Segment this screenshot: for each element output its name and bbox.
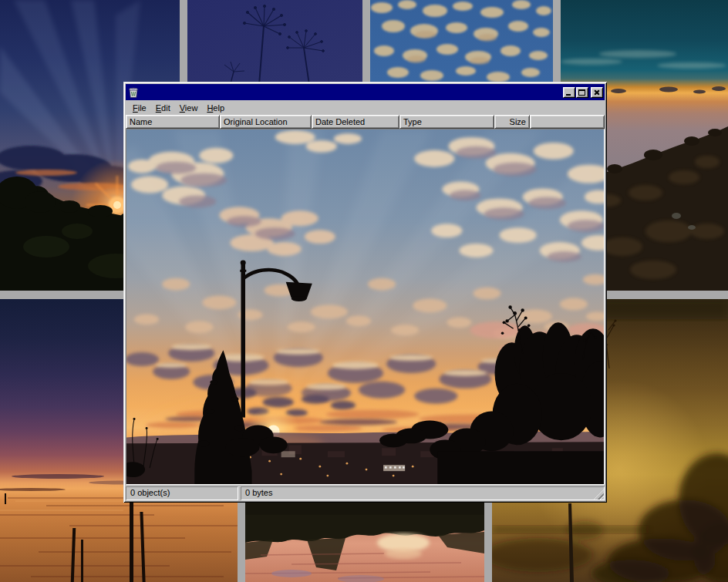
menu-help[interactable]: Help [202,102,229,114]
column-headers: Name Original Location Date Deleted Type… [126,115,605,129]
menu-edit[interactable]: Edit [151,102,175,114]
status-bytes-text: 0 bytes [245,488,272,497]
close-button[interactable] [591,87,603,98]
titlebar[interactable] [126,84,605,100]
column-header-type[interactable]: Type [399,115,494,129]
menubar: File Edit View Help [126,100,605,115]
maximize-button[interactable] [576,87,588,98]
statusbar: 0 object(s) 0 bytes [126,485,605,500]
column-header-original-location[interactable]: Original Location [220,115,312,129]
menu-view[interactable]: View [175,102,203,114]
column-header-name[interactable]: Name [126,115,220,129]
sunset-streetlamp-photo [126,130,604,484]
column-header-filler[interactable] [530,115,605,129]
recycle-bin-window: File Edit View Help Name Original Locati… [123,82,607,503]
list-view-area[interactable] [126,129,605,485]
status-objects: 0 object(s) [126,486,238,500]
column-header-date-deleted[interactable]: Date Deleted [312,115,399,129]
status-bytes: 0 bytes [241,486,605,500]
menu-file[interactable]: File [128,102,151,114]
minimize-button[interactable] [563,87,575,98]
resize-grip[interactable] [594,489,604,500]
column-header-size[interactable]: Size [494,115,530,129]
desktop: { "window": { "title": "", "icon": "recy… [0,0,728,582]
recycle-bin-icon [127,86,140,99]
